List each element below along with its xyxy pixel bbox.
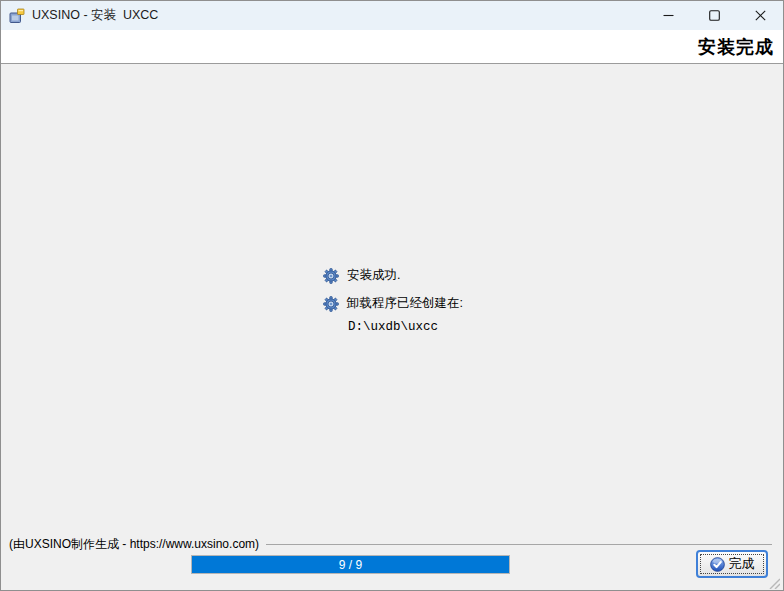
page-title: 安装完成 xyxy=(698,35,783,59)
resize-grip-icon[interactable] xyxy=(766,575,780,588)
maximize-icon xyxy=(709,7,720,25)
status-row-install-success: 安装成功. xyxy=(323,267,400,284)
check-orb-icon xyxy=(710,557,725,572)
title-bar[interactable]: UXSINO - 安装 UXCC xyxy=(1,1,783,30)
status-text: 卸载程序已经创建在: xyxy=(347,295,463,312)
branding-text: (由UXSINO制作生成 - https://www.uxsino.com) xyxy=(9,536,259,553)
gear-icon xyxy=(323,268,339,284)
minimize-button[interactable] xyxy=(645,1,691,30)
finish-button[interactable]: 完成 xyxy=(696,550,768,578)
installer-window: UXSINO - 安装 UXCC xyxy=(0,0,784,591)
close-icon xyxy=(755,7,766,25)
close-button[interactable] xyxy=(737,1,783,30)
finish-button-label: 完成 xyxy=(729,555,755,573)
branding-divider xyxy=(266,544,772,545)
page-header: 安装完成 xyxy=(1,30,783,64)
uninstaller-path: D:\uxdb\uxcc xyxy=(348,320,438,334)
window-title: UXSINO - 安装 UXCC xyxy=(32,7,158,24)
window-controls xyxy=(645,1,783,30)
minimize-icon xyxy=(663,7,674,25)
status-text: 安装成功. xyxy=(347,267,400,284)
finish-button-content: 完成 xyxy=(700,554,764,574)
progress-label: 9 / 9 xyxy=(192,556,509,573)
branding-row: (由UXSINO制作生成 - https://www.uxsino.com) xyxy=(9,537,772,551)
progress-bar: 9 / 9 xyxy=(191,555,510,574)
maximize-button[interactable] xyxy=(691,1,737,30)
status-row-uninstaller-created: 卸载程序已经创建在: xyxy=(323,295,463,312)
installer-package-icon xyxy=(9,8,25,24)
gear-icon xyxy=(323,296,339,312)
